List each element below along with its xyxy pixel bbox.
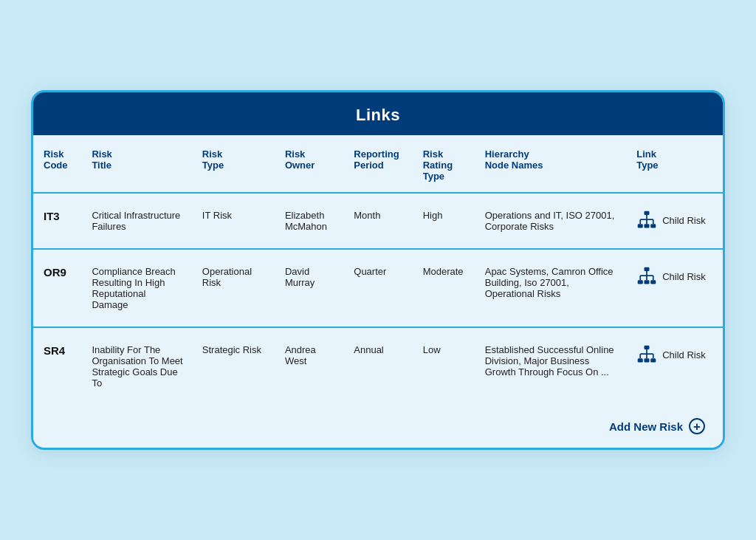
card-title: Links [356, 106, 400, 124]
add-new-risk-label: Add New Risk [609, 420, 683, 433]
col-header-risk-type: RiskType [192, 135, 275, 193]
svg-rect-19 [638, 358, 643, 362]
svg-rect-1 [638, 224, 643, 228]
cell-risk-type: IT Risk [192, 193, 275, 249]
col-header-risk-owner: RiskOwner [275, 135, 343, 193]
cell-risk-type: Operational Risk [192, 249, 275, 327]
cell-risk-title: Critical Infrastructure Failures [81, 193, 191, 249]
card-header: Links [33, 92, 723, 135]
cell-risk-rating: Moderate [413, 249, 475, 327]
cell-risk-owner: Andrea West [275, 327, 343, 405]
table-container: RiskCode RiskTitle RiskType RiskOwner Re… [33, 135, 723, 448]
col-header-risk-code: RiskCode [33, 135, 81, 193]
cell-risk-title: Compliance Breach Resulting In High Repu… [81, 249, 191, 327]
cell-risk-code: IT3 [33, 193, 81, 249]
link-type-label: Child Risk [662, 349, 706, 360]
svg-rect-21 [650, 358, 656, 362]
cell-hierarchy: Apac Systems, Camron Office Building, Is… [475, 249, 626, 327]
cell-link-type: Child Risk [626, 327, 723, 405]
svg-rect-12 [650, 280, 656, 284]
cell-hierarchy: Operations and IT, ISO 27001, Corporate … [475, 193, 626, 249]
col-header-hierarchy: HierarchyNode Names [475, 135, 626, 193]
cell-risk-owner: Elizabeth McMahon [275, 193, 343, 249]
cell-reporting-period: Month [343, 193, 412, 249]
hierarchy-icon [636, 344, 657, 365]
col-header-link-type: LinkType [626, 135, 723, 193]
cell-risk-rating: Low [413, 327, 475, 405]
cell-link-type: Child Risk [626, 249, 723, 327]
add-new-risk-icon: + [689, 418, 705, 434]
cell-risk-code: SR4 [33, 327, 81, 405]
table-row: OR9 Compliance Breach Resulting In High … [33, 249, 723, 327]
svg-rect-11 [645, 280, 650, 284]
cell-risk-type: Strategic Risk [192, 327, 275, 405]
add-new-risk-button[interactable]: Add New Risk + [609, 418, 705, 434]
svg-rect-18 [645, 346, 650, 349]
table-footer: Add New Risk + [33, 405, 723, 448]
links-table: RiskCode RiskTitle RiskType RiskOwner Re… [33, 135, 723, 405]
link-type-label: Child Risk [662, 271, 706, 282]
table-row: SR4 Inability For The Organisation To Me… [33, 327, 723, 405]
links-card: Links RiskCode RiskTitle RiskType RiskOw… [31, 90, 725, 450]
svg-rect-20 [645, 358, 650, 362]
col-header-risk-title: RiskTitle [81, 135, 191, 193]
cell-hierarchy: Established Successful Online Division, … [475, 327, 626, 405]
cell-risk-owner: David Murray [275, 249, 343, 327]
hierarchy-icon [636, 266, 657, 287]
cell-risk-title: Inability For The Organisation To Meet S… [81, 327, 191, 405]
svg-rect-2 [645, 224, 650, 228]
table-row: IT3 Critical Infrastructure Failures IT … [33, 193, 723, 249]
svg-rect-3 [650, 224, 656, 228]
cell-link-type: Child Risk [626, 193, 723, 249]
col-header-risk-rating: Risk RatingType [413, 135, 475, 193]
cell-reporting-period: Annual [343, 327, 412, 405]
svg-rect-0 [645, 211, 650, 215]
cell-reporting-period: Quarter [343, 249, 412, 327]
link-type-label: Child Risk [662, 215, 706, 226]
svg-rect-9 [645, 267, 650, 271]
table-header-row: RiskCode RiskTitle RiskType RiskOwner Re… [33, 135, 723, 193]
cell-risk-code: OR9 [33, 249, 81, 327]
cell-risk-rating: High [413, 193, 475, 249]
hierarchy-icon [636, 210, 657, 230]
svg-rect-10 [638, 280, 643, 284]
col-header-reporting-period: ReportingPeriod [343, 135, 412, 193]
